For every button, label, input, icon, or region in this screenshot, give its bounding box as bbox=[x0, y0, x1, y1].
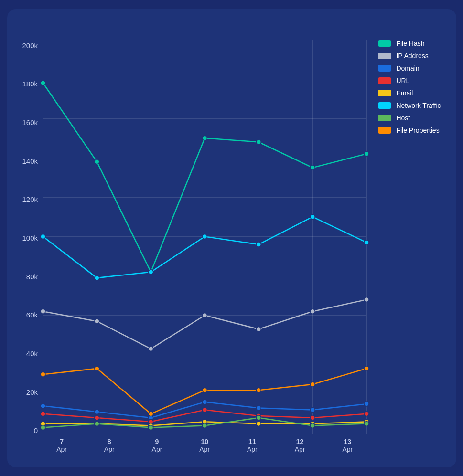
legend-item: File Hash bbox=[378, 40, 441, 47]
legend-swatch bbox=[378, 40, 391, 47]
legend-label: Email bbox=[396, 89, 413, 97]
x-label: 7Apr bbox=[43, 438, 81, 453]
dot-email-4 bbox=[256, 421, 261, 426]
dot-ipAddress-4 bbox=[256, 327, 261, 331]
y-label: 200k bbox=[22, 42, 38, 50]
y-label: 160k bbox=[22, 118, 38, 127]
y-label: 120k bbox=[22, 195, 38, 203]
dot-url-1 bbox=[95, 415, 99, 420]
dot-domain-1 bbox=[95, 409, 99, 414]
dot-ipAddress-2 bbox=[149, 346, 153, 351]
dot-domain-6 bbox=[364, 402, 369, 406]
dot-domain-3 bbox=[203, 400, 207, 404]
dot-host-0 bbox=[41, 425, 45, 430]
dot-fileHash-0 bbox=[41, 80, 45, 85]
legend-swatch bbox=[378, 102, 391, 109]
legend-item: Email bbox=[378, 89, 441, 97]
legend-label: Domain bbox=[396, 64, 419, 72]
dot-fileProperties-3 bbox=[203, 388, 207, 392]
y-label: 80k bbox=[26, 273, 38, 281]
legend-swatch bbox=[378, 53, 391, 59]
legend-label: Host bbox=[396, 114, 410, 122]
legend-swatch bbox=[378, 127, 391, 134]
legend-label: URL bbox=[396, 77, 409, 85]
x-label: 8Apr bbox=[90, 438, 129, 453]
dot-fileProperties-1 bbox=[95, 366, 99, 370]
chart-right: 7Apr8Apr9Apr10Apr11Apr12Apr13Apr bbox=[43, 40, 366, 453]
legend-swatch bbox=[378, 115, 391, 121]
dot-host-4 bbox=[256, 415, 261, 420]
legend-item: URL bbox=[378, 77, 441, 85]
x-label: 9Apr bbox=[138, 438, 176, 453]
chart-plot bbox=[43, 40, 366, 434]
y-label: 20k bbox=[26, 388, 38, 396]
dot-domain-4 bbox=[256, 405, 261, 410]
dot-host-3 bbox=[203, 423, 207, 428]
chart-card: 200k180k160k140k120k100k80k60k40k20k0 7A… bbox=[7, 9, 456, 467]
dot-host-1 bbox=[95, 421, 99, 426]
line-ipAddress bbox=[43, 299, 366, 349]
legend-swatch bbox=[378, 77, 391, 84]
dot-url-0 bbox=[41, 411, 45, 416]
dot-networkTraffic-1 bbox=[95, 275, 99, 280]
dot-ipAddress-1 bbox=[95, 318, 99, 323]
legend-label: File Properties bbox=[396, 127, 439, 134]
y-label: 60k bbox=[26, 311, 38, 319]
x-label: 12Apr bbox=[281, 438, 319, 453]
y-label: 0 bbox=[34, 426, 38, 434]
legend-item: IP Address bbox=[378, 52, 441, 60]
y-label: 180k bbox=[22, 80, 38, 88]
x-label: 11Apr bbox=[233, 438, 271, 453]
line-networkTraffic bbox=[43, 217, 366, 278]
dot-domain-0 bbox=[41, 403, 45, 408]
dot-fileHash-3 bbox=[203, 136, 207, 140]
legend-item: Domain bbox=[378, 64, 441, 72]
x-axis: 7Apr8Apr9Apr10Apr11Apr12Apr13Apr bbox=[43, 434, 366, 453]
dot-fileHash-6 bbox=[364, 151, 369, 156]
dot-networkTraffic-4 bbox=[256, 242, 261, 247]
y-label: 140k bbox=[22, 157, 38, 165]
legend-item: File Properties bbox=[378, 127, 441, 134]
dot-networkTraffic-2 bbox=[149, 269, 153, 274]
dot-networkTraffic-3 bbox=[203, 234, 207, 239]
dot-url-3 bbox=[203, 407, 207, 412]
dot-networkTraffic-0 bbox=[41, 234, 45, 239]
legend-item: Network Traffic bbox=[378, 102, 441, 109]
dot-networkTraffic-5 bbox=[310, 214, 315, 219]
dot-networkTraffic-6 bbox=[364, 240, 369, 244]
legend: File HashIP AddressDomainURLEmailNetwork… bbox=[366, 40, 441, 453]
dot-fileProperties-6 bbox=[364, 366, 369, 370]
chart-lines bbox=[43, 40, 366, 434]
dot-ipAddress-5 bbox=[310, 309, 315, 314]
grid-line-h bbox=[43, 434, 366, 434]
x-label: 13Apr bbox=[328, 438, 366, 453]
dot-domain-5 bbox=[310, 407, 315, 412]
legend-item: Host bbox=[378, 114, 441, 122]
legend-label: File Hash bbox=[396, 40, 424, 47]
dot-host-6 bbox=[364, 421, 369, 426]
x-label: 10Apr bbox=[185, 438, 224, 453]
dot-url-5 bbox=[310, 415, 315, 420]
dot-fileProperties-4 bbox=[256, 388, 261, 392]
grid-line-v bbox=[366, 40, 367, 434]
dot-fileProperties-5 bbox=[310, 381, 315, 386]
dot-ipAddress-3 bbox=[203, 313, 207, 317]
dot-host-2 bbox=[149, 425, 153, 430]
y-label: 40k bbox=[26, 349, 38, 358]
y-label: 100k bbox=[22, 234, 38, 242]
legend-swatch bbox=[378, 65, 391, 72]
line-fileHash bbox=[43, 83, 366, 272]
dot-ipAddress-0 bbox=[41, 309, 45, 314]
dot-ipAddress-6 bbox=[364, 297, 369, 302]
legend-swatch bbox=[378, 90, 391, 96]
dot-fileHash-1 bbox=[95, 159, 99, 164]
dot-fileProperties-0 bbox=[41, 372, 45, 377]
legend-label: Network Traffic bbox=[396, 102, 441, 109]
chart-area: 200k180k160k140k120k100k80k60k40k20k0 7A… bbox=[22, 40, 441, 453]
dot-fileHash-5 bbox=[310, 165, 315, 170]
dot-host-5 bbox=[310, 423, 315, 428]
dot-fileProperties-2 bbox=[149, 411, 153, 416]
dot-url-6 bbox=[364, 411, 369, 416]
dot-fileHash-4 bbox=[256, 139, 261, 144]
legend-label: IP Address bbox=[396, 52, 428, 60]
